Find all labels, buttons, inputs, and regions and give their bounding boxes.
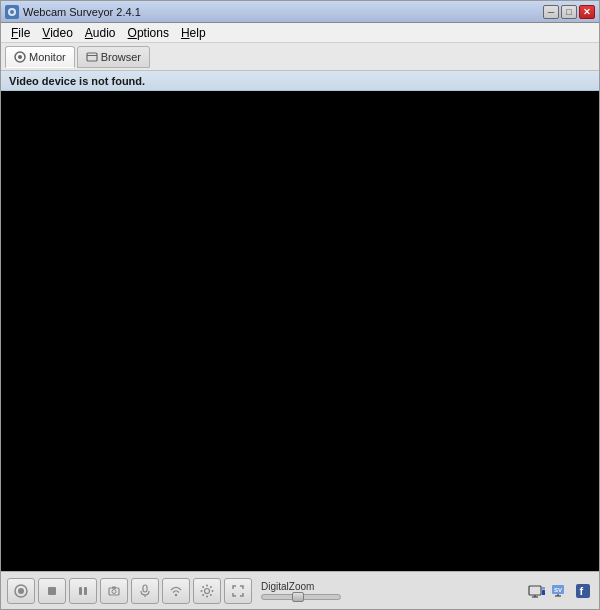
menu-help[interactable]: Help: [175, 24, 212, 42]
svg-point-24: [210, 586, 212, 588]
tab-monitor-label: Monitor: [29, 51, 66, 63]
main-window: Webcam Surveyor 2.4.1 ─ □ ✕ File Video A…: [0, 0, 600, 610]
svg-point-20: [201, 590, 203, 592]
svg-point-21: [212, 590, 214, 592]
svg-point-25: [202, 593, 204, 595]
info-bar: Video device is not found.: [1, 71, 599, 91]
snapshot-button[interactable]: [100, 578, 128, 604]
svg-rect-5: [87, 55, 97, 56]
mic-button[interactable]: [131, 578, 159, 604]
svg-point-18: [206, 584, 208, 586]
minimize-button[interactable]: ─: [543, 5, 559, 19]
svg-point-22: [202, 586, 204, 588]
svg-point-7: [18, 588, 24, 594]
svg-rect-4: [87, 53, 97, 61]
settings-button[interactable]: [193, 578, 221, 604]
record-button[interactable]: [7, 578, 35, 604]
stop-button[interactable]: [38, 578, 66, 604]
svg-rect-13: [112, 586, 116, 588]
network-button[interactable]: [162, 578, 190, 604]
status-icon-facebook: f: [573, 581, 593, 601]
svg-text:f: f: [580, 585, 584, 597]
svg-point-23: [210, 593, 212, 595]
status-icon-network1: [527, 581, 547, 601]
fullscreen-button[interactable]: [224, 578, 252, 604]
zoom-label: DigitalZoom: [261, 581, 341, 592]
tab-browser-label: Browser: [101, 51, 141, 63]
pause-button[interactable]: [69, 578, 97, 604]
svg-rect-8: [48, 587, 56, 595]
svg-rect-30: [542, 587, 545, 590]
status-icons: SV f: [527, 581, 593, 601]
tab-browser[interactable]: Browser: [77, 46, 150, 68]
svg-rect-10: [84, 587, 87, 595]
browser-tab-icon: [86, 51, 98, 63]
window-controls: ─ □ ✕: [543, 5, 595, 19]
menu-options[interactable]: Options: [122, 24, 175, 42]
monitor-tab-icon: [14, 51, 26, 63]
menu-audio[interactable]: Audio: [79, 24, 122, 42]
tab-bar: Monitor Browser: [1, 43, 599, 71]
zoom-section: DigitalZoom: [261, 581, 341, 600]
window-title: Webcam Surveyor 2.4.1: [23, 6, 141, 18]
bottom-toolbar: DigitalZoom SV: [1, 571, 599, 609]
svg-point-12: [112, 589, 116, 593]
close-button[interactable]: ✕: [579, 5, 595, 19]
video-area: [1, 91, 599, 571]
menu-bar: File Video Audio Options Help: [1, 23, 599, 43]
zoom-thumb[interactable]: [292, 592, 304, 602]
svg-rect-9: [79, 587, 82, 595]
svg-point-16: [175, 593, 177, 595]
svg-point-17: [205, 588, 210, 593]
zoom-slider[interactable]: [261, 594, 341, 600]
svg-rect-14: [143, 585, 147, 592]
status-icon-network2: SV: [550, 581, 570, 601]
app-icon: [5, 5, 19, 19]
svg-rect-29: [542, 590, 545, 595]
title-bar: Webcam Surveyor 2.4.1 ─ □ ✕: [1, 1, 599, 23]
svg-point-3: [18, 55, 22, 59]
tab-monitor[interactable]: Monitor: [5, 46, 75, 68]
svg-rect-26: [529, 586, 541, 595]
maximize-button[interactable]: □: [561, 5, 577, 19]
menu-file[interactable]: File: [5, 24, 36, 42]
menu-video[interactable]: Video: [36, 24, 78, 42]
info-message: Video device is not found.: [9, 75, 145, 87]
svg-point-1: [10, 10, 14, 14]
svg-text:SV: SV: [554, 587, 562, 593]
svg-point-19: [206, 595, 208, 597]
